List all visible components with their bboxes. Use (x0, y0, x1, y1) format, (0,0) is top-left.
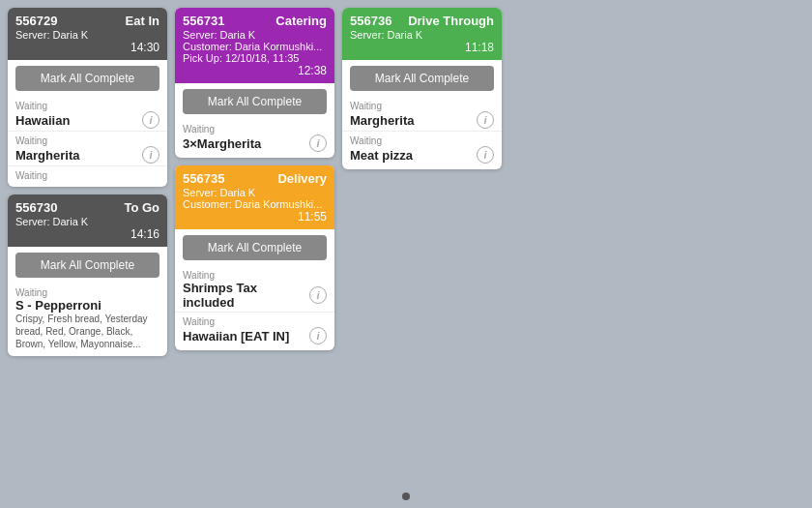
order-item: WaitingMargheritai (342, 97, 502, 132)
card-customer: Customer: Daria Kormushki... (183, 198, 327, 210)
card-header: 556730To GoServer: Daria K14:16 (8, 194, 167, 247)
item-status: Waiting (183, 270, 327, 281)
order-type: To Go (124, 200, 160, 215)
order-id: 556730 (15, 200, 57, 215)
item-name-row: 3×Margheritai (183, 134, 327, 152)
mark-all-complete-button[interactable]: Mark All Complete (15, 66, 160, 91)
card-body: Waiting3×Margheritai (175, 120, 334, 158)
order-id: 556736 (350, 14, 392, 28)
item-name-row: Margheritai (15, 146, 160, 164)
item-name-row: S - Pepperroni (15, 298, 160, 313)
item-status: Waiting (15, 170, 160, 181)
card-header-row1: 556729Eat In (15, 14, 160, 28)
card-time: 11:18 (350, 41, 494, 54)
item-desc: Crispy, Fresh bread, Yesterday bread, Re… (15, 313, 160, 350)
card-server: Server: Daria K (350, 29, 494, 41)
order-card: 556736Drive ThroughServer: Daria K11:18M… (342, 8, 502, 169)
mark-all-complete-button[interactable]: Mark All Complete (183, 89, 327, 114)
order-type: Eat In (126, 14, 160, 28)
card-server: Server: Daria K (183, 187, 327, 198)
order-item: WaitingMeat pizzai (342, 132, 502, 165)
info-icon[interactable]: i (142, 111, 160, 129)
card-customer: Customer: Daria Kormushki... (183, 41, 327, 52)
info-icon[interactable]: i (309, 327, 327, 344)
card-body: WaitingS - PepperroniCrispy, Fresh bread… (8, 284, 167, 356)
order-type: Drive Through (408, 14, 494, 28)
order-item: WaitingShrimps Tax includedi (175, 266, 334, 313)
card-body: WaitingShrimps Tax includediWaitingHawai… (175, 266, 334, 350)
card-column: 556729Eat InServer: Daria K14:30Mark All… (8, 8, 167, 356)
item-name-row: Margheritai (350, 111, 494, 129)
item-name: Shrimps Tax included (183, 281, 305, 310)
item-status: Waiting (15, 101, 160, 111)
order-type: Catering (276, 14, 327, 28)
order-item: Waiting3×Margheritai (175, 120, 334, 154)
item-name-row: Hawaiian [EAT IN]i (183, 327, 327, 344)
card-body: WaitingHawaiianiWaitingMargheritaiWaitin… (8, 97, 167, 187)
info-icon[interactable]: i (309, 134, 327, 152)
order-type: Delivery (277, 171, 327, 186)
page-dot-indicator (402, 493, 410, 500)
item-status: Waiting (183, 124, 327, 134)
card-server: Server: Daria K (15, 216, 160, 227)
order-id: 556731 (183, 14, 224, 28)
card-time: 12:38 (183, 64, 327, 77)
item-status: Waiting (183, 316, 327, 327)
order-card: 556735DeliveryServer: Daria KCustomer: D… (175, 165, 334, 350)
card-time: 14:30 (15, 41, 160, 54)
item-status: Waiting (15, 135, 160, 146)
item-status: Waiting (15, 287, 160, 298)
order-card: 556731CateringServer: Daria KCustomer: D… (175, 8, 334, 158)
item-name-row: Meat pizzai (350, 146, 494, 164)
order-card: 556729Eat InServer: Daria K14:30Mark All… (8, 8, 167, 187)
order-item: WaitingHawaiian [EAT IN]i (175, 313, 334, 346)
item-name: Hawaiian [EAT IN] (183, 329, 289, 344)
order-card: 556730To GoServer: Daria K14:16Mark All … (8, 194, 167, 356)
order-item: Waiting (8, 166, 167, 183)
item-name-row: Shrimps Tax includedi (183, 281, 327, 310)
info-icon[interactable]: i (142, 146, 160, 164)
card-header-row1: 556736Drive Through (350, 14, 494, 28)
mark-all-complete-button[interactable]: Mark All Complete (350, 66, 494, 91)
card-header: 556735DeliveryServer: Daria KCustomer: D… (175, 165, 334, 229)
cards-container: 556729Eat InServer: Daria K14:30Mark All… (0, 0, 812, 508)
item-name: Margherita (15, 148, 79, 163)
info-icon[interactable]: i (309, 286, 327, 304)
item-name: Meat pizza (350, 148, 413, 163)
order-id: 556729 (15, 14, 57, 28)
card-column: 556731CateringServer: Daria KCustomer: D… (175, 8, 334, 350)
card-header: 556736Drive ThroughServer: Daria K11:18 (342, 8, 502, 60)
card-time: 14:16 (15, 227, 160, 241)
item-name: 3×Margherita (183, 136, 261, 151)
card-server: Server: Daria K (15, 29, 160, 41)
item-name: Margherita (350, 113, 414, 128)
card-column: 556736Drive ThroughServer: Daria K11:18M… (342, 8, 502, 169)
card-body: WaitingMargheritaiWaitingMeat pizzai (342, 97, 502, 169)
mark-all-complete-button[interactable]: Mark All Complete (15, 253, 160, 278)
card-header-row1: 556735Delivery (183, 171, 327, 186)
item-name-row: Hawaiiani (15, 111, 160, 129)
item-status: Waiting (350, 101, 494, 111)
order-id: 556735 (183, 171, 224, 186)
item-name: Hawaiian (15, 113, 70, 128)
card-time: 11:55 (183, 210, 327, 224)
mark-all-complete-button[interactable]: Mark All Complete (183, 235, 327, 260)
order-item: WaitingHawaiiani (8, 97, 167, 132)
card-pickup: Pick Up: 12/10/18, 11:35 (183, 52, 327, 64)
card-header-row1: 556730To Go (15, 200, 160, 215)
card-server: Server: Daria K (183, 29, 327, 41)
card-header-row1: 556731Catering (183, 14, 327, 28)
info-icon[interactable]: i (477, 146, 494, 164)
card-header: 556729Eat InServer: Daria K14:30 (8, 8, 167, 60)
order-item: WaitingS - PepperroniCrispy, Fresh bread… (8, 284, 167, 352)
info-icon[interactable]: i (477, 111, 494, 129)
item-status: Waiting (350, 135, 494, 146)
card-header: 556731CateringServer: Daria KCustomer: D… (175, 8, 334, 83)
order-item: WaitingMargheritai (8, 132, 167, 166)
item-name: S - Pepperroni (15, 298, 102, 313)
